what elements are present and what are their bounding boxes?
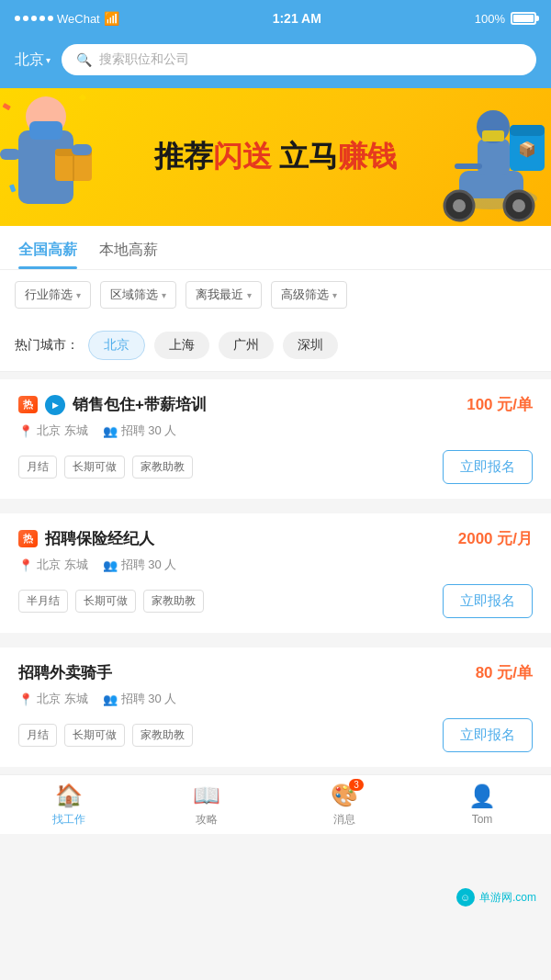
nav-profile-label: Tom (472, 813, 493, 826)
filter-industry-button[interactable]: 行业筛选 ▾ (15, 281, 91, 309)
banner-text-normal2: 立马 (272, 140, 339, 173)
location-icon-1: 📍 (18, 424, 33, 438)
location-icon-3: 📍 (18, 693, 33, 706)
city-shanghai[interactable]: 上海 (154, 332, 209, 359)
banner-figure-right: 📦 (432, 97, 551, 226)
banner-text-highlight1: 闪送 (213, 140, 272, 173)
job-title-row-1: 热 ▶ 销售包住+带薪培训 (18, 394, 467, 415)
job-recruit-2: 👥 招聘 30 人 (103, 557, 177, 573)
wifi-icon: 📶 (104, 11, 119, 26)
job-location-3: 📍 北京 东城 (18, 691, 88, 707)
status-right: 100% (475, 12, 536, 26)
job-tags-2: 半月结 长期可做 家教助教 (18, 590, 204, 613)
job-tag-2-0: 半月结 (18, 590, 68, 613)
job-tag-1-2: 家教助教 (132, 456, 193, 479)
apply-button-1[interactable]: 立即报名 (443, 450, 533, 484)
battery-percent: 100% (475, 12, 505, 26)
book-icon: 📖 (193, 783, 220, 807)
job-salary-2: 2000 元/月 (458, 528, 533, 549)
job-tag-2-2: 家教助教 (143, 590, 204, 613)
job-tag-3-1: 长期可做 (64, 724, 125, 747)
video-badge-1: ▶ (45, 395, 65, 415)
divider-1 (0, 372, 551, 379)
nav-find-job-label: 找工作 (52, 812, 85, 828)
svg-text:📦: 📦 (518, 141, 536, 158)
job-tags-row-1: 月结 长期可做 家教助教 立即报名 (18, 450, 533, 484)
job-recruit-text-1: 招聘 30 人 (121, 422, 177, 439)
status-bar: WeChat 📶 1:21 AM 100% (0, 0, 551, 37)
tab-local-highsalary[interactable]: 本地高薪 (99, 241, 158, 269)
nav-strategy[interactable]: 📖 攻略 (138, 775, 276, 834)
hot-badge-2: 热 (18, 530, 38, 547)
svg-rect-23 (455, 163, 482, 169)
tab-national-highsalary[interactable]: 全国高薪 (18, 241, 77, 269)
nav-messages-icon-wrap: 🎨 3 (331, 783, 358, 808)
watermark: ☺ 单游网.com (456, 888, 536, 907)
job-card-1[interactable]: 热 ▶ 销售包住+带薪培训 100 元/单 📍 北京 东城 👥 招聘 30 人 … (0, 379, 551, 499)
svg-rect-10 (9, 184, 16, 192)
status-left: WeChat 📶 (15, 11, 119, 26)
job-title-2: 招聘保险经纪人 (45, 528, 154, 549)
city-shenzhen[interactable]: 深圳 (283, 332, 338, 359)
job-card-3[interactable]: 招聘外卖骑手 80 元/单 📍 北京 东城 👥 招聘 30 人 月结 长期可做 … (0, 648, 551, 767)
svg-point-16 (512, 199, 525, 212)
city-guangzhou[interactable]: 广州 (219, 332, 274, 359)
filter-industry-arrow-icon: ▾ (76, 290, 81, 300)
filter-area-arrow-icon: ▾ (162, 290, 166, 300)
search-placeholder: 搜索职位和公司 (99, 51, 189, 68)
city-beijing[interactable]: 北京 (88, 331, 145, 360)
job-title-row-3: 招聘外卖骑手 (18, 662, 476, 683)
job-salary-1: 100 元/单 (467, 394, 533, 415)
filter-nearby-arrow-icon: ▾ (247, 290, 252, 300)
filter-area-label: 区域筛选 (110, 287, 158, 303)
filter-area-button[interactable]: 区域筛选 ▾ (100, 281, 176, 309)
home-icon: 🏠 (55, 783, 83, 807)
nav-find-job-icon-wrap: 🏠 (55, 783, 83, 808)
job-salary-3: 80 元/单 (476, 662, 533, 683)
apply-button-2[interactable]: 立即报名 (443, 584, 533, 618)
signal-dots (15, 16, 53, 21)
location-label: 北京 (15, 51, 44, 70)
bottom-nav: 🏠 找工作 📖 攻略 🎨 3 消息 👤 Tom (0, 774, 551, 834)
svg-rect-7 (72, 144, 92, 155)
hot-badge-1: 热 (18, 396, 38, 413)
svg-rect-8 (3, 103, 11, 110)
nav-strategy-icon-wrap: 📖 (193, 783, 220, 808)
carrier-label: WeChat (57, 12, 100, 26)
job-location-text-3: 北京 东城 (37, 691, 88, 707)
job-recruit-text-3: 招聘 30 人 (121, 691, 177, 707)
job-tag-1-1: 长期可做 (64, 456, 125, 479)
status-time: 1:21 AM (273, 11, 321, 26)
job-recruit-3: 👥 招聘 30 人 (103, 691, 177, 707)
filter-advanced-button[interactable]: 高级筛选 ▾ (271, 281, 347, 309)
nav-find-job[interactable]: 🏠 找工作 (0, 775, 138, 834)
job-meta-1: 📍 北京 东城 👥 招聘 30 人 (18, 422, 533, 439)
banner[interactable]: 推荐闪送 立马赚钱 📦 (0, 88, 551, 226)
filter-industry-label: 行业筛选 (25, 287, 73, 303)
divider-3 (0, 640, 551, 648)
svg-rect-21 (510, 125, 545, 136)
banner-text-normal: 推荐 (154, 140, 213, 173)
job-tags-row-2: 半月结 长期可做 家教助教 立即报名 (18, 584, 533, 618)
job-tag-3-0: 月结 (18, 724, 57, 747)
job-location-1: 📍 北京 东城 (18, 422, 88, 439)
location-button[interactable]: 北京 ▾ (15, 51, 51, 70)
apply-button-3[interactable]: 立即报名 (443, 718, 533, 752)
banner-figure-left (0, 88, 110, 226)
nav-profile[interactable]: 👤 Tom (413, 775, 551, 834)
filter-advanced-arrow-icon: ▾ (332, 290, 337, 300)
job-card-2[interactable]: 热 招聘保险经纪人 2000 元/月 📍 北京 东城 👥 招聘 30 人 半月结… (0, 513, 551, 633)
job-location-text-2: 北京 东城 (37, 557, 88, 573)
svg-rect-17 (478, 139, 510, 175)
nav-messages[interactable]: 🎨 3 消息 (276, 775, 413, 834)
divider-2 (0, 506, 551, 513)
svg-rect-6 (0, 149, 20, 160)
search-box[interactable]: 🔍 搜索职位和公司 (62, 44, 536, 75)
profile-icon: 👤 (468, 783, 496, 808)
job-tags-row-3: 月结 长期可做 家教助教 立即报名 (18, 718, 533, 752)
search-icon: 🔍 (76, 52, 92, 67)
tab-local-label: 本地高薪 (99, 242, 158, 257)
banner-text: 推荐闪送 立马赚钱 (154, 137, 398, 177)
filter-nearby-button[interactable]: 离我最近 ▾ (186, 281, 262, 309)
recruit-icon-2: 👥 (103, 558, 118, 572)
